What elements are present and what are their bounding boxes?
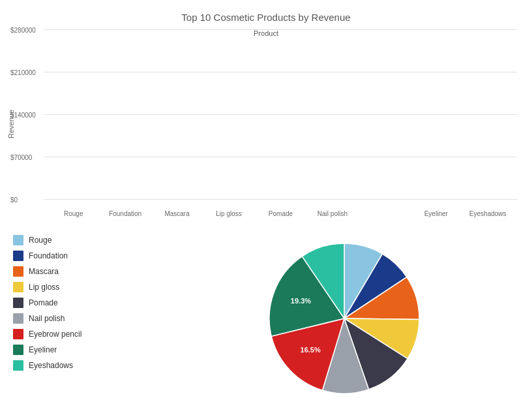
bottom-section: RougeFoundationMascaraLip glossPomadeNai… bbox=[0, 219, 532, 402]
legend-item: Pomade bbox=[13, 298, 130, 308]
y-tick-label: $280000 bbox=[10, 27, 36, 34]
gridline: $0 bbox=[44, 199, 517, 200]
legend-item: Rouge bbox=[13, 235, 130, 245]
legend-label: Lip gloss bbox=[29, 283, 59, 292]
legend-color-box bbox=[13, 282, 23, 292]
legend-color-box bbox=[13, 329, 23, 339]
x-label: Eyeliner bbox=[410, 209, 462, 219]
legend-label: Nail polish bbox=[29, 314, 65, 323]
bars-container bbox=[44, 29, 517, 199]
pie-chart: 19.3%16.5% bbox=[259, 234, 429, 403]
legend-label: Pomade bbox=[29, 298, 58, 307]
bar-chart-area: Revenue $280000$210000$140000$70000$0 Ro… bbox=[8, 29, 524, 219]
legend-item: Mascara bbox=[13, 266, 130, 277]
x-label: Mascara bbox=[151, 209, 203, 219]
x-label: Pomade bbox=[255, 209, 306, 219]
x-label: Nail polish bbox=[306, 209, 358, 219]
legend-color-box bbox=[13, 345, 23, 355]
x-label: Rouge bbox=[48, 209, 99, 219]
legend-color-box bbox=[13, 266, 23, 277]
legend-color-box bbox=[13, 251, 23, 261]
pie-label: 16.5% bbox=[301, 345, 321, 353]
chart-title: Top 10 Cosmetic Products by Revenue bbox=[0, 0, 532, 23]
legend-color-box bbox=[13, 360, 23, 371]
x-axis-labels: RougeFoundationMascaraLip glossPomadeNai… bbox=[44, 209, 517, 219]
x-label bbox=[359, 209, 410, 219]
pie-area: 19.3%16.5% bbox=[130, 228, 519, 402]
legend-label: Eyeliner bbox=[29, 345, 57, 354]
legend-color-box bbox=[13, 298, 23, 308]
x-label: Eyeshadows bbox=[462, 209, 514, 219]
legend: RougeFoundationMascaraLip glossPomadeNai… bbox=[13, 228, 130, 402]
legend-label: Foundation bbox=[29, 251, 68, 260]
legend-label: Eyeshadows bbox=[29, 361, 73, 370]
legend-item: Eyeliner bbox=[13, 345, 130, 355]
legend-item: Eyebrow pencil bbox=[13, 329, 130, 339]
x-label: Lip gloss bbox=[203, 209, 254, 219]
y-tick-label: $70000 bbox=[10, 154, 32, 161]
legend-label: Eyebrow pencil bbox=[29, 330, 81, 339]
legend-item: Nail polish bbox=[13, 313, 130, 324]
legend-label: Rouge bbox=[29, 236, 52, 245]
legend-item: Eyeshadows bbox=[13, 360, 130, 371]
y-tick-label: $0 bbox=[10, 196, 18, 204]
bar-chart-inner: $280000$210000$140000$70000$0 bbox=[44, 29, 517, 199]
legend-color-box bbox=[13, 313, 23, 324]
legend-label: Mascara bbox=[29, 267, 59, 276]
legend-color-box bbox=[13, 235, 23, 245]
y-tick-label: $140000 bbox=[10, 112, 36, 119]
y-tick-label: $210000 bbox=[10, 69, 36, 76]
pie-label: 19.3% bbox=[291, 297, 311, 305]
legend-item: Lip gloss bbox=[13, 282, 130, 292]
legend-item: Foundation bbox=[13, 251, 130, 261]
x-label: Foundation bbox=[99, 209, 151, 219]
